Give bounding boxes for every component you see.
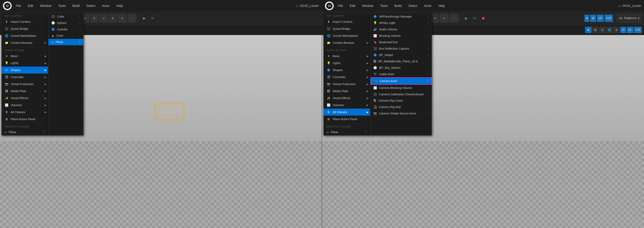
snap-dropdown-left[interactable]: ▾ <box>91 14 98 23</box>
basic-left[interactable]: ✦ Basic ▶ <box>2 53 48 60</box>
menu-select-left[interactable]: Select <box>85 3 96 8</box>
unreal-marketplace-right[interactable]: 🌐 Unreal Marketplace <box>324 32 370 39</box>
play-next-right[interactable]: ⏭ <box>471 15 478 22</box>
import-content-right[interactable]: ⬇ Import Content... <box>324 18 370 25</box>
snap-translate-btn-right[interactable]: ⊞ <box>584 15 589 22</box>
all-classes-right[interactable]: ⚙ All Classes ▶ <box>324 109 370 115</box>
marketplace-icon-right: 🌐 <box>326 34 331 38</box>
menu-edit-left[interactable]: Edit <box>26 3 34 8</box>
camera-rig-rail-item[interactable]: 🚂 Camera Rig Rail ⠿ <box>370 104 432 110</box>
blocking-volume-item[interactable]: ⬜ Blocking Volume ⠿ <box>370 32 432 39</box>
media-plate-left[interactable]: 🖼 Media Plate ▶ <box>2 88 48 95</box>
cone-item-left[interactable]: ▲ Cone ⠿ <box>48 32 83 39</box>
snap-rotation-value-right[interactable]: 10° <box>597 15 604 22</box>
bookmark-item[interactable]: 🔖 BookmarkTool ⠿ <box>370 39 432 45</box>
vp-snap-2[interactable]: ⊞ <box>592 27 599 33</box>
menu-window-right[interactable]: Window <box>361 3 374 8</box>
bp-mediabundle-item[interactable]: 🖼 BP_MediaBundle_Plane_16-9 ⠿ <box>370 58 432 65</box>
media-plate-right[interactable]: 🖼 Media Plate ▶ <box>324 88 370 95</box>
ue-logo-right: U <box>325 1 334 10</box>
arpassthrough-item[interactable]: 🔷 ARPassthrough Manager ⠿ <box>370 13 432 20</box>
quixel-bridge-right[interactable]: ⬛ Quixel Bridge <box>324 25 370 32</box>
place-actors-panel-icon-left: ⊞ <box>4 117 9 121</box>
camera-shake-source-item[interactable]: 📷 Camera Shake Source Actor ⠿ <box>370 110 432 117</box>
volumes-left[interactable]: ⬜ Volumes ▶ <box>2 102 48 109</box>
bp-helper-item[interactable]: 🔷 BP_Helper ⠿ <box>370 52 432 58</box>
virtual-production-right[interactable]: 📷 Virtual Production ▶ <box>324 81 370 88</box>
menu-actor-left[interactable]: Actor <box>101 3 111 8</box>
visual-effects-right[interactable]: ✨ Visual Effects ▶ <box>324 95 370 102</box>
menu-tools-left[interactable]: Tools <box>57 3 67 8</box>
menu-build-left[interactable]: Build <box>71 3 81 8</box>
sphere-item-left[interactable]: ⚪ Sphere ⠿ <box>48 20 83 26</box>
import-content-left[interactable]: ⬇ Import Content... <box>2 18 48 25</box>
cinematic-right[interactable]: 🎬 Cinematic ▶ <box>324 74 370 81</box>
lights-right[interactable]: 💡 Lights ▶ <box>324 60 370 67</box>
menu-build-right[interactable]: Build <box>393 3 403 8</box>
vfx-arrow-left: ▶ <box>45 97 46 100</box>
box-reflection-item[interactable]: ⬛ Box Reflection Capture ⠿ <box>370 45 432 52</box>
snap-rotation-dropdown-left[interactable]: ▾ <box>109 14 116 23</box>
menu-window-left[interactable]: Window <box>39 3 52 8</box>
content-browser-left[interactable]: 📁 Content Browser ▶ <box>2 39 48 46</box>
snap-scale-value-right[interactable]: 0.25 <box>605 15 613 22</box>
snap-rotation-left[interactable]: ⊡ <box>99 14 108 23</box>
menu-select-right[interactable]: Select <box>407 3 418 8</box>
right-dropdown-overlay: GET CONTENT ⬇ Import Content... ⬛ Quixel… <box>324 13 432 135</box>
menu-file-left[interactable]: File <box>15 3 22 8</box>
virtual-production-left[interactable]: 📷 Virtual Production ▶ <box>2 81 48 88</box>
stop-button-right[interactable]: ⏹ <box>480 15 487 22</box>
camera-calibration-item[interactable]: ⬛ Camera Calibration Checkerboard ⠿ <box>370 91 432 98</box>
snap-grid-value-right[interactable]: 10 <box>590 15 596 22</box>
snap-cursor-left[interactable]: ⊕ <box>118 14 126 23</box>
vp-snap-4[interactable]: 🌐 <box>606 27 613 33</box>
menu-help-left[interactable]: Help <box>115 3 124 8</box>
vp-grid-val[interactable]: 10 <box>620 27 626 33</box>
content-browser-right[interactable]: 📁 Content Browser ▶ <box>324 39 370 46</box>
unreal-marketplace-left[interactable]: 🌐 Unreal Marketplace <box>2 32 48 39</box>
plane-recent-left[interactable]: ▱ Plane ⠿ <box>2 129 48 135</box>
vp-snap-1[interactable]: ⊕ <box>585 27 592 33</box>
vp-snap-5[interactable]: ⊛ <box>613 27 620 33</box>
shapes-left[interactable]: 🔷 Shapes ▶ <box>2 67 48 74</box>
volumes-right[interactable]: ⬜ Volumes ▶ <box>324 102 370 109</box>
cable-actor-item[interactable]: ➰ Cable Actor ⠿ <box>370 71 432 77</box>
snap-rotation-dropdown-right[interactable]: ▾ <box>431 14 438 23</box>
left-dropdown-menu: GET CONTENT ⬇ Import Content... ⬛ Quixel… <box>2 13 48 135</box>
camera-blocking-item[interactable]: ⬜ Camera Blocking Volume ⠿ <box>370 85 432 91</box>
play-button-right[interactable]: ▶ <box>463 15 470 22</box>
visual-effects-left[interactable]: ✨ Visual Effects ▶ <box>2 95 48 102</box>
vp-rot-val[interactable]: 10° <box>627 27 634 33</box>
plane-recent-right[interactable]: ▱ Plane ⠿ <box>324 129 370 135</box>
vp-snap-3[interactable]: ⊡ <box>599 27 606 33</box>
bp-sky-sphere-item[interactable]: ⚪ BP_Sky_Sphere ⠿ <box>370 65 432 71</box>
quixel-bridge-left[interactable]: ⬛ Quixel Bridge <box>2 25 48 32</box>
menu-edit-right[interactable]: Edit <box>348 3 356 8</box>
vp-scale-val[interactable]: 0.25 <box>634 27 642 33</box>
menu-file-right[interactable]: File <box>337 3 344 8</box>
camera-rig-crane-item[interactable]: 🏗 Camera Rig Crane ⠿ <box>370 98 432 104</box>
platforms-button-right[interactable]: 🎮 Platforms ▾ <box>616 14 642 23</box>
cube-item-left[interactable]: ⬛ Cube ⠿ <box>48 13 83 20</box>
play-next-left[interactable]: ⏭ <box>149 15 156 22</box>
play-button-left[interactable]: ▶ <box>141 15 148 22</box>
right-dropdown-menu: GET CONTENT ⬇ Import Content... ⬛ Quixel… <box>324 13 370 135</box>
snap-cursor-right[interactable]: ⊕ <box>440 14 448 23</box>
shapes-right[interactable]: 🔷 Shapes ▶ <box>324 67 370 74</box>
place-actors-panel-right[interactable]: ⊞ Place Actors Panel <box>324 115 370 123</box>
menu-help-right[interactable]: Help <box>437 3 446 8</box>
menu-tools-right[interactable]: Tools <box>379 3 389 8</box>
cinematic-left[interactable]: 🎬 Cinematic ▶ <box>2 74 48 81</box>
all-classes-left[interactable]: ⚙ All Classes ▶ <box>2 109 48 115</box>
more-options-right[interactable]: ⋮ <box>450 14 458 23</box>
audio-volume-item[interactable]: 🔊 Audio Volume ⠿ <box>370 26 432 32</box>
arsky-item[interactable]: 💡 ARSky Light ⠿ <box>370 20 432 26</box>
basic-right[interactable]: ✦ Basic ▶ <box>324 53 370 60</box>
camera-actor-item[interactable]: 📹 Camera Actor ⠿ <box>370 77 432 85</box>
cylinder-item-left[interactable]: 🔵 Cylinder ⠿ <box>48 26 83 32</box>
plane-item-left[interactable]: ▱ Plane ⠿ <box>48 39 83 45</box>
place-actors-panel-left[interactable]: ⊞ Place Actors Panel <box>2 115 48 123</box>
more-options-left[interactable]: ⋮ <box>128 14 136 23</box>
menu-actor-right[interactable]: Actor <box>423 3 433 8</box>
lights-left[interactable]: 💡 Lights ▶ <box>2 60 48 67</box>
